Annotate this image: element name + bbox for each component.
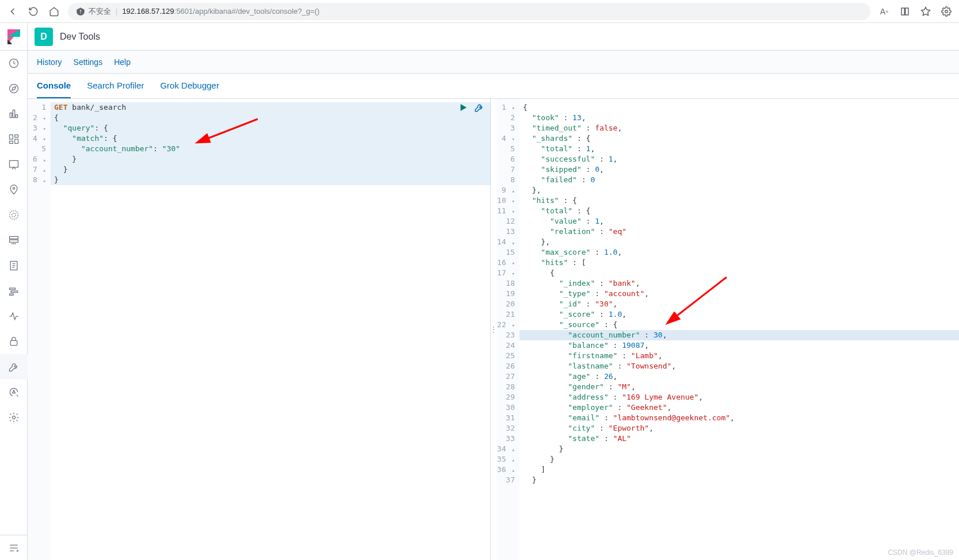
apm-icon[interactable]: [0, 278, 28, 304]
read-aloud-icon[interactable]: A»: [877, 5, 891, 18]
url-divider: |: [116, 7, 117, 16]
editor-area: 1 2 ▾3 ▾4 ▾5 6 ▴7 ▴8 ▴ GET bank/_search{…: [28, 99, 959, 560]
svg-point-12: [12, 213, 16, 217]
home-button[interactable]: [47, 5, 61, 18]
back-button[interactable]: [6, 5, 20, 18]
refresh-button[interactable]: [26, 5, 40, 18]
response-pane[interactable]: 1 ▾2 3 4 ▾5 6 7 8 9 ▴10 ▾11 ▾12 13 14 ▴1…: [496, 99, 959, 560]
ml-icon[interactable]: [0, 202, 28, 228]
svg-rect-19: [10, 340, 17, 345]
recently-viewed-icon[interactable]: [0, 51, 28, 76]
visualize-icon[interactable]: [0, 101, 28, 126]
help-link[interactable]: Help: [114, 57, 131, 67]
tab-profiler[interactable]: Search Profiler: [87, 74, 144, 98]
tab-console[interactable]: Console: [37, 74, 71, 98]
svg-rect-1: [905, 8, 908, 15]
canvas-icon[interactable]: [0, 152, 28, 177]
svg-point-10: [13, 187, 14, 189]
response-gutter: 1 ▾2 3 4 ▾5 6 7 8 9 ▴10 ▾11 ▾12 13 14 ▴1…: [496, 99, 519, 560]
response-code: { "took" : 13, "timed_out" : false, "_sh…: [519, 99, 959, 485]
request-gutter: 1 2 ▾3 ▾4 ▾5 6 ▴7 ▴8 ▴: [28, 99, 51, 560]
request-pane[interactable]: 1 2 ▾3 ▾4 ▾5 6 ▴7 ▴8 ▴ GET bank/_search{…: [28, 99, 491, 560]
history-link[interactable]: History: [37, 57, 62, 67]
svg-rect-9: [9, 160, 18, 167]
svg-rect-0: [901, 8, 904, 15]
svg-point-4: [9, 85, 18, 93]
watermark: CSDN @Redis_6389: [888, 549, 953, 557]
subnav: History Settings Help: [28, 51, 959, 74]
collections-icon[interactable]: [898, 5, 912, 18]
logs-icon[interactable]: [0, 253, 28, 278]
management-icon[interactable]: [0, 405, 28, 430]
svg-point-11: [9, 211, 18, 220]
uptime-icon[interactable]: [0, 304, 28, 329]
app-badge: D: [35, 28, 53, 46]
splitter[interactable]: ⋮: [491, 99, 496, 560]
security-indicator: 不安全: [76, 6, 111, 17]
collapse-icon[interactable]: [0, 535, 28, 560]
svg-point-20: [12, 416, 15, 419]
tab-grok[interactable]: Grok Debugger: [160, 74, 219, 98]
url-bar[interactable]: 不安全 | 192.168.57.129:5601/app/kibana#/de…: [68, 3, 870, 20]
svg-rect-16: [9, 288, 15, 290]
monitoring-icon[interactable]: [0, 379, 28, 405]
favorite-icon[interactable]: [919, 5, 933, 18]
svg-rect-8: [9, 141, 13, 143]
settings-gear-icon[interactable]: [939, 5, 953, 18]
kibana-logo[interactable]: [0, 23, 28, 51]
url-text: 192.168.57.129:5601/app/kibana#/dev_tool…: [122, 7, 319, 16]
maps-icon[interactable]: [0, 177, 28, 202]
dashboard-icon[interactable]: [0, 126, 28, 152]
app-title: Dev Tools: [60, 32, 100, 42]
browser-toolbar: 不安全 | 192.168.57.129:5601/app/kibana#/de…: [0, 0, 959, 23]
infra-icon[interactable]: [0, 228, 28, 253]
svg-rect-5: [9, 135, 13, 140]
request-code[interactable]: GET bank/_search{ "query": { "match": { …: [51, 99, 490, 185]
svg-point-2: [945, 10, 948, 13]
app-header: D Dev Tools: [28, 23, 959, 51]
siem-icon[interactable]: [0, 329, 28, 354]
svg-rect-13: [9, 236, 18, 239]
svg-rect-14: [9, 240, 18, 242]
wrench-button[interactable]: [474, 102, 484, 114]
kibana-sidebar: [0, 23, 28, 560]
svg-rect-7: [14, 139, 18, 144]
tabs: Console Search Profiler Grok Debugger: [28, 74, 959, 99]
security-label: 不安全: [89, 6, 111, 17]
discover-icon[interactable]: [0, 76, 28, 101]
settings-link[interactable]: Settings: [74, 57, 103, 67]
svg-rect-18: [9, 294, 13, 296]
run-button[interactable]: [458, 102, 468, 114]
svg-rect-17: [11, 291, 18, 293]
svg-rect-6: [14, 135, 18, 137]
dev-tools-icon[interactable]: [0, 354, 28, 379]
